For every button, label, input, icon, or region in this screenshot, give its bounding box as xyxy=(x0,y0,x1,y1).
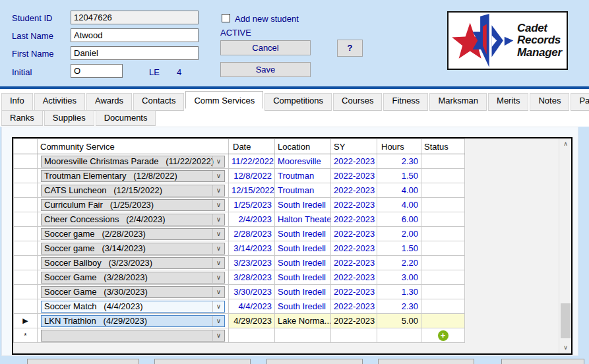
cell-sy[interactable]: 2022-2023 xyxy=(331,212,377,227)
cell-hours[interactable]: 3.00 xyxy=(377,270,421,285)
footer-button-5[interactable] xyxy=(501,359,584,364)
chevron-down-icon[interactable]: ∨ xyxy=(212,272,224,283)
new-row-header[interactable]: * xyxy=(14,328,38,343)
cell-date[interactable]: 2/28/2023 xyxy=(229,227,275,241)
column-header-hours[interactable]: Hours xyxy=(377,139,421,154)
cell-status[interactable] xyxy=(421,154,465,169)
cell-location[interactable]: South Iredell xyxy=(275,227,331,241)
cell-hours[interactable] xyxy=(377,328,421,343)
chevron-down-icon[interactable]: ∨ xyxy=(212,287,224,297)
tab-info[interactable]: Info xyxy=(1,93,33,111)
tab-activities[interactable]: Activities xyxy=(34,93,85,111)
row-header[interactable] xyxy=(14,183,38,198)
community-service-combo[interactable]: Curriculum Fair (1/25/2023)∨ xyxy=(41,199,225,211)
footer-button-3[interactable] xyxy=(266,359,363,364)
tab-comm-services[interactable]: Comm Services xyxy=(185,91,263,109)
cell-community-service[interactable]: CATS Luncheon (12/15/2022)∨ xyxy=(38,183,229,198)
cell-sy[interactable]: 2022-2023 xyxy=(331,270,377,285)
cell-sy[interactable]: 2022-2023 xyxy=(331,227,377,241)
chevron-down-icon[interactable]: ∨ xyxy=(212,301,224,312)
column-header-corner[interactable] xyxy=(14,139,38,154)
cell-status[interactable] xyxy=(421,169,465,183)
cell-date[interactable]: 3/14/2023 xyxy=(229,241,275,256)
column-header-status[interactable]: Status xyxy=(421,139,465,154)
cell-community-service[interactable]: Soccer Game (3/30/2023)∨ xyxy=(38,285,229,299)
cell-sy[interactable]: 2022-2023 xyxy=(331,299,377,314)
cell-status[interactable] xyxy=(421,198,465,212)
cell-status[interactable] xyxy=(421,270,465,285)
cell-hours[interactable]: 4.00 xyxy=(377,198,421,212)
community-service-combo[interactable]: CATS Luncheon (12/15/2022)∨ xyxy=(41,185,225,197)
cell-status[interactable] xyxy=(421,241,465,256)
tab-fitness[interactable]: Fitness xyxy=(383,93,428,111)
cell-community-service[interactable]: Soccer Match (4/4/2023)∨ xyxy=(38,299,229,314)
cell-hours[interactable]: 1.50 xyxy=(377,241,421,256)
row-header[interactable] xyxy=(14,227,38,241)
tab-notes[interactable]: Notes xyxy=(530,93,569,111)
cell-date[interactable] xyxy=(229,328,275,343)
tab-merits[interactable]: Merits xyxy=(488,93,528,111)
initial-input[interactable] xyxy=(71,64,123,78)
cell-date[interactable]: 4/29/2023 xyxy=(229,314,275,328)
cell-community-service[interactable]: Cheer Concessions (2/4/2023)∨ xyxy=(38,212,229,227)
cell-hours[interactable]: 6.00 xyxy=(377,212,421,227)
cell-sy[interactable]: 2022-2023 xyxy=(331,154,377,169)
column-header-sy[interactable]: SY xyxy=(331,139,377,154)
tab-contacts[interactable]: Contacts xyxy=(133,93,184,111)
chevron-down-icon[interactable]: ∨ xyxy=(212,229,224,239)
cell-community-service[interactable]: Soccer Ballboy (3/23/2023)∨ xyxy=(38,256,229,270)
chevron-down-icon[interactable]: ∨ xyxy=(212,200,224,210)
scrollbar-thumb[interactable] xyxy=(561,303,571,338)
community-service-combo[interactable]: Troutman Elementary (12/8/2022)∨ xyxy=(41,170,225,182)
cell-status[interactable] xyxy=(421,256,465,270)
first-name-input[interactable] xyxy=(71,46,199,60)
cancel-button[interactable]: Cancel xyxy=(220,40,311,55)
cell-date[interactable]: 3/30/2023 xyxy=(229,285,275,299)
student-id-input[interactable] xyxy=(71,11,199,24)
row-header[interactable]: ▶ xyxy=(14,314,38,328)
cell-community-service[interactable]: ∨ xyxy=(38,328,229,343)
community-service-combo[interactable]: Soccer Ballboy (3/23/2023)∨ xyxy=(41,257,225,269)
tab-participation[interactable]: Participation xyxy=(571,93,589,111)
chevron-down-icon[interactable]: ∨ xyxy=(212,330,224,341)
add-new-student-checkbox[interactable] xyxy=(222,14,230,22)
tab-awards[interactable]: Awards xyxy=(86,93,132,111)
cell-date[interactable]: 2/4/2023 xyxy=(229,212,275,227)
community-service-combo[interactable]: Soccer game (2/28/2023)∨ xyxy=(41,228,225,240)
cell-location[interactable]: South Iredell xyxy=(275,198,331,212)
column-header-community-service[interactable]: Community Service xyxy=(38,139,229,154)
cell-status[interactable] xyxy=(421,314,465,328)
community-service-combo[interactable]: ∨ xyxy=(41,330,225,342)
chevron-down-icon[interactable]: ∨ xyxy=(212,316,224,326)
cell-date[interactable]: 12/15/2022 xyxy=(229,183,275,198)
tab-supplies[interactable]: Supplies xyxy=(44,110,94,126)
cell-location[interactable]: Halton Theater xyxy=(275,212,331,227)
cell-sy[interactable]: 2022-2023 xyxy=(331,285,377,299)
cell-community-service[interactable]: Troutman Elementary (12/8/2022)∨ xyxy=(38,169,229,183)
row-header[interactable] xyxy=(14,212,38,227)
column-header-date[interactable]: Date xyxy=(229,139,275,154)
tab-marksman[interactable]: Marksman xyxy=(429,93,487,111)
cell-status[interactable] xyxy=(421,212,465,227)
footer-button-4[interactable] xyxy=(378,359,474,364)
cell-hours[interactable]: 1.30 xyxy=(377,285,421,299)
cell-community-service[interactable]: Soccer Game (3/28/2023)∨ xyxy=(38,270,229,285)
add-record-icon[interactable]: + xyxy=(438,330,449,341)
cell-status[interactable] xyxy=(421,227,465,241)
cell-date[interactable]: 3/23/2023 xyxy=(229,256,275,270)
row-header[interactable] xyxy=(14,241,38,256)
cell-location[interactable]: South Iredell xyxy=(275,285,331,299)
row-header[interactable] xyxy=(14,154,38,169)
tab-competitions[interactable]: Competitions xyxy=(264,93,332,111)
cell-status[interactable]: + xyxy=(421,328,465,343)
cell-hours[interactable]: 2.20 xyxy=(377,256,421,270)
cell-sy[interactable]: 2022-2023 xyxy=(331,183,377,198)
cell-location[interactable]: Mooresville xyxy=(275,154,331,169)
scroll-up-icon[interactable]: ∧ xyxy=(559,138,572,150)
footer-button-2[interactable] xyxy=(154,359,251,364)
cell-status[interactable] xyxy=(421,285,465,299)
tab-ranks[interactable]: Ranks xyxy=(1,110,43,126)
cell-location[interactable]: South Iredell xyxy=(275,241,331,256)
chevron-down-icon[interactable]: ∨ xyxy=(212,185,224,196)
row-header[interactable] xyxy=(14,285,38,299)
